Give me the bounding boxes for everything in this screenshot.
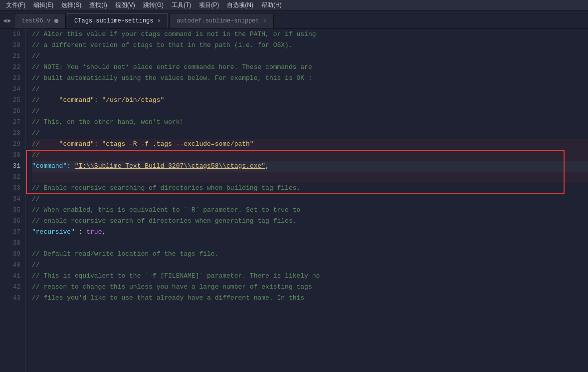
line-num-40: 40: [0, 260, 20, 271]
tab-close-ctags[interactable]: ×: [158, 18, 161, 24]
menu-edit[interactable]: 编辑(E): [29, 1, 57, 9]
line-num-28: 28: [0, 128, 20, 139]
code-line-27: // This, on the other hand, won't work!: [32, 117, 588, 128]
line-num-25: 25: [0, 95, 20, 106]
code-text-39: // Default read/write location of the ta…: [32, 249, 218, 260]
tab-close-autodef[interactable]: ×: [263, 18, 267, 24]
menubar: 文件(F) 编辑(E) 选择(S) 查找(I) 视图(V) 跳转(G) 工具(T…: [0, 0, 588, 11]
code-line-31: » "command": "I:\\Sublime Text Build 320…: [32, 161, 588, 172]
code-line-22: // NOTE: You *should not* place entire c…: [32, 62, 588, 73]
code-text-31c: "I:\\Sublime Text Build 3207\\ctags58\\c…: [75, 161, 265, 172]
code-text-19: // Alter this value if your ctags comman…: [32, 29, 316, 40]
code-line-41: // This is equivalent to the `-f [FILENA…: [32, 271, 588, 282]
tab-label-ctags: CTags.sublime-settings: [74, 17, 153, 24]
line-num-32: 32: [0, 172, 20, 183]
tab-modified-dot: [54, 19, 58, 23]
code-line-28: //: [32, 128, 588, 139]
code-line-29: // "command": "ctags -R -f .tags --exclu…: [32, 139, 588, 150]
line-num-43: 43: [0, 293, 20, 304]
current-line-arrow: »: [26, 161, 27, 172]
code-area[interactable]: // Alter this value if your ctags comman…: [26, 29, 588, 372]
code-text-29a: //: [32, 139, 59, 150]
code-text-37a: "recursive": [32, 227, 75, 238]
tab-next-icon[interactable]: ▶: [7, 17, 11, 24]
code-text-21: //: [32, 51, 40, 62]
line-num-20: 20: [0, 40, 20, 51]
line-num-36: 36: [0, 216, 20, 227]
menu-help[interactable]: 帮助(H): [257, 1, 286, 9]
tab-nav-arrows: ◀ ▶: [0, 13, 14, 28]
menu-goto[interactable]: 跳转(G): [139, 1, 168, 9]
code-line-30: //: [32, 150, 588, 161]
line-num-29: 29: [0, 139, 20, 150]
line-num-34: 34: [0, 194, 20, 205]
line-num-22: 22: [0, 62, 20, 73]
code-text-36: // enable recursive search of directorie…: [32, 216, 297, 227]
code-line-19: // Alter this value if your ctags comman…: [32, 29, 588, 40]
tab-test06[interactable]: test06.v: [14, 13, 66, 28]
code-text-27: // This, on: [32, 117, 79, 128]
code-text-31b: :: [67, 161, 75, 172]
code-text-22: // NOTE: You *should not* place entire c…: [32, 62, 312, 73]
code-text-37d: ,: [102, 227, 106, 238]
menu-preferences[interactable]: 自选项(N): [223, 1, 257, 9]
line-num-30: 30: [0, 150, 20, 161]
code-line-37: "recursive" : true,: [32, 227, 588, 238]
tab-label-test06: test06.v: [21, 17, 50, 24]
code-text-31d: ,: [265, 161, 269, 172]
code-text-30: //: [32, 150, 40, 161]
code-line-24: //: [32, 84, 588, 95]
code-text-37b: :: [75, 227, 86, 238]
line-num-24: 24: [0, 84, 20, 95]
code-text-20: // a different version of ctags to that …: [32, 40, 293, 51]
line-num-33: 33: [0, 183, 20, 194]
code-text-28: //: [32, 128, 40, 139]
line-num-26: 26: [0, 106, 20, 117]
tab-ctags-settings[interactable]: CTags.sublime-settings ×: [67, 13, 168, 28]
code-line-34: //: [32, 194, 588, 205]
line-num-38: 38: [0, 238, 20, 249]
line-num-27: 27: [0, 117, 20, 128]
line-num-19: 19: [0, 29, 20, 40]
menu-find[interactable]: 查找(I): [85, 1, 111, 9]
code-text-23: // built automatically using the values …: [32, 73, 265, 84]
code-text-42: // reason to change this unless you have…: [32, 282, 312, 293]
editor: 19 20 21 22 23 24 25 26 27 28 29 30 31 3…: [0, 29, 588, 372]
code-text-24: //: [32, 84, 40, 95]
line-num-42: 42: [0, 282, 20, 293]
code-text-25b: "command": "/usr/bin/ctags": [59, 95, 165, 106]
code-text-34: //: [32, 194, 40, 205]
code-line-43: // files you'd like to use that already …: [32, 293, 588, 304]
code-text-41: // This is equivalent to the `-f [FILENA…: [32, 271, 320, 282]
code-line-40: //: [32, 260, 588, 271]
menu-view[interactable]: 视图(V): [111, 1, 139, 9]
code-text-35: // When enabled, this is equivalent to `…: [32, 205, 300, 216]
code-line-23: // built automatically using the values …: [32, 73, 588, 84]
app-window: 文件(F) 编辑(E) 选择(S) 查找(I) 视图(V) 跳转(G) 工具(T…: [0, 0, 588, 372]
code-text-37c: true: [86, 227, 102, 238]
code-text-25a: //: [32, 95, 59, 106]
menu-tools[interactable]: 工具(T): [168, 1, 195, 9]
menu-file[interactable]: 文件(F): [2, 1, 29, 9]
code-text-31a: "command": [32, 161, 67, 172]
line-num-35: 35: [0, 205, 20, 216]
tab-prev-icon[interactable]: ◀: [3, 17, 6, 24]
line-num-23: 23: [0, 73, 20, 84]
menu-select[interactable]: 选择(S): [57, 1, 85, 9]
code-line-42: // reason to change this unless you have…: [32, 282, 588, 293]
code-line-20: // a different version of ctags to that …: [32, 40, 588, 51]
code-text-29b: "command": "ctags -R -f .tags --exclude=…: [59, 139, 254, 150]
line-num-21: 21: [0, 51, 20, 62]
tab-autodef[interactable]: autodef.sublime-snippet ×: [169, 13, 274, 28]
tab-label-autodef: autodef.sublime-snippet: [177, 17, 259, 24]
line-num-37: 37: [0, 227, 20, 238]
line-num-31: 31: [0, 161, 20, 172]
code-text-27b: the: [79, 117, 90, 128]
code-line-25: // "command": "/usr/bin/ctags": [32, 95, 588, 106]
code-text-23c: is: [281, 73, 296, 84]
code-line-21: //: [32, 51, 588, 62]
menu-project[interactable]: 项目(P): [195, 1, 223, 9]
code-line-32: [32, 172, 588, 183]
line-num-41: 41: [0, 271, 20, 282]
code-text-33: // Enable recursive searching of directo…: [32, 183, 300, 194]
